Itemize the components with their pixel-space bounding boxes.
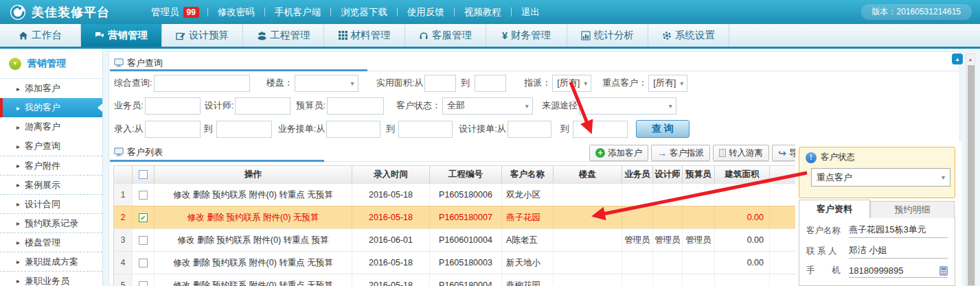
assign-customer-button[interactable]: →客户指派: [651, 145, 710, 161]
entry-to-input[interactable]: [216, 121, 272, 138]
tab-label: 材料管理: [351, 29, 391, 42]
combo-query-input[interactable]: [154, 75, 250, 92]
project-code-cell: P1605180006: [430, 184, 502, 206]
source-select[interactable]: ▾: [579, 97, 676, 115]
sidebar: ▼ 营销管理 ▸添加客户 ▸我的客户 ▸游离客户 ▸客户查询 ▸客户附件 ▸案例…: [0, 49, 103, 286]
sales-order-from-input[interactable]: [326, 121, 380, 138]
area-from-input[interactable]: [424, 75, 456, 92]
field-value: 郑洁 小姐: [849, 244, 948, 257]
tab-statistics[interactable]: 统计分析: [567, 24, 648, 47]
caret-icon: ▸: [16, 143, 20, 150]
estimator-cell: [683, 252, 715, 274]
sidebar-item-building-management[interactable]: ▸楼盘管理: [0, 233, 102, 252]
vip-select[interactable]: [所有]▾: [648, 75, 687, 92]
assign-select[interactable]: [所有]▾: [552, 75, 591, 92]
operation-links[interactable]: 修改 删除 预约联系 附件(0) 转重点 无预算: [155, 274, 352, 286]
entry-date-cell: 2016-05-18: [352, 184, 430, 206]
sidebar-item-customer-query[interactable]: ▸客户查询: [0, 136, 102, 156]
row-index: 2: [114, 206, 133, 228]
design-order-to-input[interactable]: [573, 121, 628, 138]
table-row[interactable]: 4 修改 删除 预约联系 附件(0) 转重点 无预算 2016-05-18 P1…: [114, 251, 827, 274]
salesman-cell: [622, 206, 653, 228]
operation-links[interactable]: 修改 删除 预约联系 附件(0) 转重点 无预算: [155, 252, 352, 274]
tab-workbench[interactable]: 工作台: [0, 24, 81, 47]
customer-name-cell: A陈老五: [502, 229, 554, 251]
tab-appointment-detail[interactable]: 预约明细: [870, 201, 955, 218]
scrollbar-thumb[interactable]: [968, 65, 975, 285]
entry-date-cell: 2016-06-01: [352, 229, 430, 251]
sidebar-item-design-contract[interactable]: ▸设计合同: [0, 194, 102, 213]
arrow-right-icon: →: [657, 147, 667, 158]
row-checkbox[interactable]: [139, 281, 148, 286]
tooltip-title: 客户状态: [821, 152, 855, 163]
assign-value: [所有]: [557, 77, 580, 89]
sidebar-item-case-display[interactable]: ▸案例展示: [0, 175, 102, 194]
search-button[interactable]: 查 询: [636, 120, 690, 138]
brand-logo-icon: [10, 4, 26, 21]
add-customer-button[interactable]: +添加客户: [589, 145, 648, 161]
menu-mobile-client[interactable]: 手机客户端: [265, 6, 331, 19]
loupan-select[interactable]: ▾: [295, 75, 358, 92]
table-row[interactable]: 5 修改 删除 预约联系 附件(0) 转重点 无预算 2016-05-18 P1…: [114, 274, 827, 286]
operation-links[interactable]: 修改 删除 预约联系 附件(0) 转重点 预算: [155, 229, 352, 251]
sidebar-item-label: 客户查询: [25, 140, 60, 152]
tab-design-budget[interactable]: 设计预算: [162, 24, 243, 47]
table-row-selected[interactable]: 2 ✔ 修改 删除 预约联系 附件(0) 无预算 2016-05-18 P160…: [114, 206, 827, 228]
tab-marketing[interactable]: 营销管理: [81, 24, 162, 47]
tab-project-management[interactable]: 工程管理: [243, 24, 324, 47]
detach-customer-button[interactable]: 转入游离: [713, 145, 769, 161]
menu-feedback[interactable]: 使用反馈: [398, 6, 454, 19]
designer-cell: 管理员: [653, 229, 683, 251]
customer-status-tooltip: ! 客户状态 重点客户 ▾: [799, 147, 955, 198]
sidebar-item-customer-attachments[interactable]: ▸客户附件: [0, 156, 102, 175]
area-to-input[interactable]: [475, 75, 506, 92]
sidebar-item-add-customer[interactable]: ▸添加客户: [0, 79, 102, 98]
sidebar-item-parttime-commission[interactable]: ▸兼职提成方案: [0, 252, 102, 271]
tab-material-management[interactable]: 材料管理: [324, 24, 405, 47]
menu-logout[interactable]: 退出: [512, 6, 549, 19]
field-value: 18180999895: [849, 265, 939, 276]
sidebar-item-label: 案例展示: [25, 179, 60, 191]
vip-label: 重点客户：: [602, 77, 647, 89]
grid-icon: [339, 31, 347, 40]
design-order-from-input[interactable]: [508, 121, 551, 138]
monitor-icon: [114, 58, 124, 68]
sidebar-item-label: 游离客户: [25, 121, 60, 133]
salesman-input[interactable]: [145, 97, 201, 115]
row-checkbox[interactable]: [139, 191, 148, 200]
table-row[interactable]: 3 修改 删除 预约联系 附件(0) 转重点 预算 2016-06-01 P16…: [114, 228, 827, 251]
menu-change-password[interactable]: 修改密码: [208, 6, 264, 19]
table-row[interactable]: 1 修改 删除 预约联系 附件(0) 转重点 无预算 2016-05-18 P1…: [114, 183, 827, 206]
operation-links[interactable]: 修改 删除 预约联系 附件(0) 无预算: [155, 206, 352, 228]
sidebar-item-parttime-salesman[interactable]: ▸兼职业务员: [0, 271, 102, 286]
menu-video-tutorial[interactable]: 视频教程: [455, 6, 511, 19]
vip-value: [所有]: [653, 77, 676, 89]
row-checkbox[interactable]: [139, 259, 148, 267]
dial-pad-icon[interactable]: [939, 266, 948, 276]
entry-from-input[interactable]: [145, 121, 201, 138]
customer-status-select[interactable]: 重点客户 ▾: [811, 168, 950, 187]
menu-browser-download[interactable]: 浏览器下载: [331, 6, 397, 19]
status-select[interactable]: 全部▾: [442, 97, 533, 115]
row-checkbox[interactable]: [139, 236, 148, 245]
tab-system-settings[interactable]: 系统设置: [648, 24, 729, 47]
chevron-down-icon: ▾: [351, 80, 354, 87]
sales-order-to-input[interactable]: [398, 121, 453, 138]
sidebar-header[interactable]: ▼ 营销管理: [0, 49, 102, 79]
select-all-checkbox[interactable]: [139, 170, 148, 179]
row-checkbox-checked[interactable]: ✔: [139, 213, 148, 222]
scroll-up-button[interactable]: ▲: [966, 54, 975, 64]
collapse-circle-icon: ▼: [9, 58, 21, 70]
sidebar-item-label: 我的客户: [25, 102, 60, 114]
tab-customer-service[interactable]: 客服管理: [405, 24, 486, 47]
vertical-scrollbar[interactable]: ▲: [966, 53, 975, 286]
tab-customer-profile[interactable]: 客户资料: [799, 200, 870, 218]
sidebar-item-appointment-records[interactable]: ▸预约联系记录: [0, 213, 102, 233]
operation-links[interactable]: 修改 删除 预约联系 附件(0) 转重点 无预算: [155, 184, 352, 206]
estimator-input[interactable]: [327, 97, 384, 115]
tab-finance[interactable]: ¥ 财务管理: [486, 24, 567, 47]
sidebar-item-my-customers[interactable]: ▸我的客户: [0, 98, 102, 117]
sidebar-item-floating-customers[interactable]: ▸游离客户: [0, 117, 102, 136]
panel-collapse-button[interactable]: ▴: [952, 53, 963, 64]
designer-input[interactable]: [235, 97, 290, 115]
